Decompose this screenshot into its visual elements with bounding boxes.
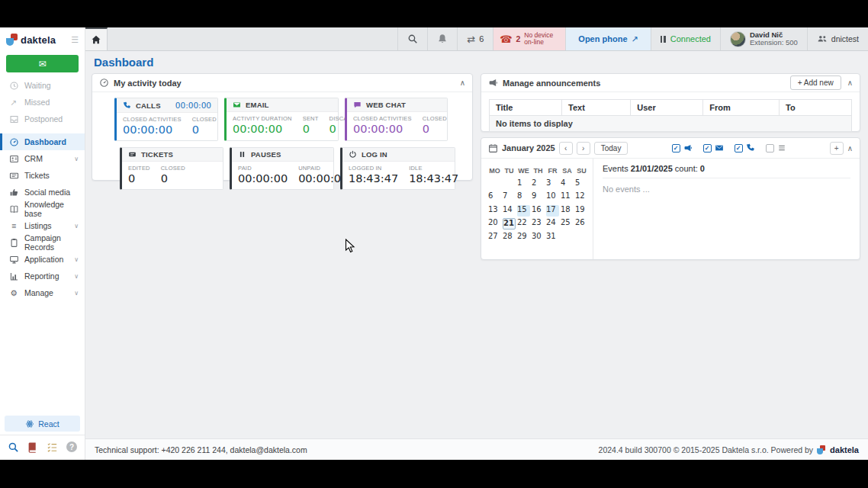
column-user[interactable]: User (631, 100, 703, 116)
sidebar-item-listings[interactable]: ≡ Listings ∨ (0, 217, 85, 234)
calendar-day[interactable]: 21 (503, 218, 516, 230)
calendar-weekday: TH (531, 164, 545, 178)
checkbox-checked-icon: ✓ (703, 144, 712, 152)
calendar-day[interactable]: 5 (575, 178, 588, 190)
calendar-day[interactable]: 10 (546, 191, 559, 203)
today-button[interactable]: Today (594, 142, 628, 155)
calendar-day[interactable]: 12 (575, 191, 588, 203)
column-title[interactable]: Title (490, 100, 562, 116)
activity-panel-title: My activity today (114, 79, 182, 88)
calendar-day[interactable]: 19 (575, 205, 588, 217)
atom-icon (25, 419, 34, 429)
no-device-label: No device on-line (524, 32, 559, 46)
daktela-logo-icon (817, 445, 826, 454)
pause-icon (661, 36, 666, 43)
calendar-day[interactable]: 29 (517, 232, 530, 243)
sidebar-item-postponed[interactable]: Postponed (0, 111, 85, 127)
calendar-day[interactable]: 13 (488, 205, 501, 217)
sidebar-item-application[interactable]: Application ∨ (0, 251, 85, 268)
add-new-button[interactable]: + Add new (790, 75, 841, 90)
sidebar-item-reporting[interactable]: Reporting ∨ (0, 268, 85, 284)
checkbox-checked-icon: ✓ (735, 144, 743, 152)
sidebar-item-dashboard[interactable]: Dashboard (0, 133, 85, 150)
web-chat-card: WEB CHAT CLOSED ACTIVITIES00:00:00 CLOSE… (345, 98, 448, 141)
calendar-day[interactable]: 15 (517, 205, 530, 217)
logo-row: daktela ☰ (0, 27, 85, 52)
collapse-icon[interactable]: ∧ (847, 79, 853, 87)
sidebar-item-social-media[interactable]: Social media (0, 184, 85, 201)
stat-value: 00:00:00 (238, 172, 288, 185)
user-menu[interactable]: David Nič Extension: 500 (720, 27, 807, 50)
checklist-icon[interactable] (45, 440, 59, 454)
sidebar-item-crm[interactable]: CRM ∨ (0, 150, 85, 167)
events-date: 21/01/2025 (631, 164, 673, 173)
calendar-day[interactable]: 8 (517, 191, 530, 203)
sidebar-item-knowledge-base[interactable]: Knowledge base (0, 201, 85, 217)
notifications-button[interactable] (427, 27, 457, 50)
sidebar-item-campaign-records[interactable]: Campaign Records (0, 234, 85, 251)
no-device-status[interactable]: ☎ 2 No device on-line (493, 27, 565, 50)
calendar-day[interactable]: 25 (561, 218, 574, 230)
collapse-icon[interactable]: ∧ (460, 79, 465, 87)
calendar-day[interactable]: 7 (503, 191, 516, 203)
calendar-day[interactable]: 11 (561, 191, 574, 203)
calendar-day[interactable]: 28 (503, 232, 516, 243)
status-label: Connected (670, 34, 711, 43)
react-button[interactable]: React (5, 416, 80, 432)
filter-announcements[interactable]: ✓ (672, 143, 693, 152)
phone-icon: ☎ (500, 34, 512, 45)
calendar-day[interactable]: 9 (532, 191, 545, 203)
stat-value: 00:00:00 (353, 123, 412, 135)
calendar-day[interactable]: 4 (561, 178, 574, 190)
search-button[interactable] (397, 27, 427, 50)
calendar-day[interactable]: 22 (517, 218, 530, 230)
filter-events[interactable] (766, 143, 786, 152)
calendar-day[interactable]: 2 (532, 178, 545, 190)
calendar-day (503, 178, 516, 190)
collapse-icon[interactable]: ∧ (847, 144, 853, 152)
sidebar-item-tickets[interactable]: Tickets (0, 167, 85, 184)
open-phone-button[interactable]: Open phone ↗ (565, 27, 650, 50)
connection-status[interactable]: Connected (651, 27, 720, 50)
column-from[interactable]: From (703, 100, 780, 116)
calendar-day[interactable]: 6 (488, 191, 501, 203)
sidebar-item-manage[interactable]: ⚙ Manage ∨ (0, 284, 85, 301)
search-icon[interactable] (6, 440, 20, 454)
calendar-day[interactable]: 27 (488, 232, 501, 243)
prev-month-button[interactable]: ‹ (559, 142, 573, 155)
calendar-day[interactable]: 14 (503, 205, 516, 217)
queue-selector[interactable]: dnictest (807, 27, 868, 50)
next-month-button[interactable]: › (577, 142, 590, 155)
version-text: 2024.4 build 300700 © 2015-2025 Daktela … (599, 445, 814, 454)
calendar-day[interactable]: 26 (575, 218, 588, 230)
tab-home[interactable] (85, 27, 108, 50)
filter-emails[interactable]: ✓ (703, 143, 724, 152)
transfers-button[interactable]: ⇄ 6 (457, 27, 493, 50)
calendar-day[interactable]: 3 (546, 178, 559, 190)
calendar-day[interactable]: 18 (561, 205, 574, 217)
calendar-day[interactable]: 23 (532, 218, 545, 230)
daktela-logo-icon (6, 34, 18, 46)
add-event-button[interactable]: + (830, 142, 844, 155)
calendar-day[interactable]: 16 (532, 205, 545, 217)
calendar-day[interactable]: 20 (488, 218, 501, 230)
calendar-day[interactable]: 30 (532, 232, 545, 243)
menu-icon[interactable]: ☰ (71, 35, 79, 45)
sidebar-item-missed[interactable]: ↗ Missed (0, 94, 85, 111)
list-icon: ≡ (8, 220, 19, 231)
column-to[interactable]: To (780, 100, 852, 116)
sidebar-item-waiting[interactable]: Waiting (0, 77, 85, 94)
filter-calls[interactable]: ✓ (735, 143, 755, 152)
manual-book-icon[interactable] (26, 440, 40, 454)
new-activity-button[interactable]: ✉ (6, 55, 79, 72)
calendar-day[interactable]: 17 (546, 205, 559, 217)
column-text[interactable]: Text (562, 100, 631, 116)
calendar-day[interactable]: 31 (546, 232, 559, 243)
calendar-day[interactable]: 24 (546, 218, 559, 230)
transfers-count: 6 (479, 34, 484, 43)
calendar-day[interactable]: 1 (517, 178, 530, 190)
envelope-icon (233, 101, 241, 109)
help-icon[interactable]: ? (65, 440, 79, 454)
no-events-message: No events ... (603, 185, 850, 194)
phone-handset-icon (123, 101, 131, 110)
